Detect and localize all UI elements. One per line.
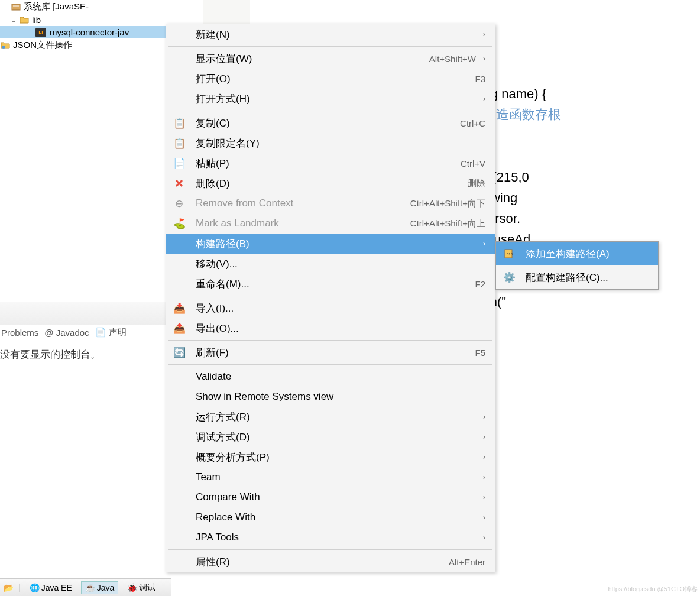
menu-run-as[interactable]: 运行方式(R)› xyxy=(166,407,495,427)
menu-import[interactable]: 📥导入(I)... xyxy=(166,298,495,318)
copy-qualified-icon: 📋 xyxy=(172,136,186,150)
svg-rect-0 xyxy=(12,4,20,10)
menu-jpa-tools[interactable]: JPA Tools› xyxy=(166,527,495,548)
tree-label: JSON文件操作 xyxy=(13,40,72,51)
submenu-arrow-icon: › xyxy=(483,533,485,542)
menu-new[interactable]: 新建(N)› xyxy=(166,24,495,44)
java-icon: ☕ xyxy=(85,583,95,592)
menu-remove-context[interactable]: ⊖Remove from ContextCtrl+Alt+Shift+向下 xyxy=(166,193,495,213)
debug-icon: 🐞 xyxy=(127,583,137,592)
library-icon xyxy=(11,2,21,12)
copy-icon: 📋 xyxy=(172,116,186,130)
tree-label: lib xyxy=(32,15,41,25)
expand-arrow-icon: ⌄ xyxy=(11,16,19,24)
configure-icon: ⚙️ xyxy=(502,270,516,284)
menu-copy-qualified[interactable]: 📋复制限定名(Y) xyxy=(166,133,495,153)
watermark: https://blog.csdn @51CTO博客 xyxy=(608,585,698,594)
console-message: 没有要显示的控制台。 xyxy=(0,348,101,361)
panel-divider[interactable] xyxy=(0,302,166,325)
svg-rect-1 xyxy=(13,5,19,7)
svg-text:010: 010 xyxy=(507,252,513,256)
perspective-java-ee[interactable]: 🌐Java EE xyxy=(25,581,76,594)
build-path-submenu: 010 添加至构建路径(A) ⚙️ 配置构建路径(C)... xyxy=(495,241,659,290)
menu-compare-with[interactable]: Compare With› xyxy=(166,487,495,507)
paste-icon: 📄 xyxy=(172,156,186,170)
tree-item-mysql-jar[interactable]: IJ mysql-connector-jav xyxy=(0,26,166,38)
tree-item-json[interactable]: JSON文件操作 xyxy=(0,38,166,52)
menu-separator xyxy=(168,364,492,365)
menu-properties[interactable]: 属性(R)Alt+Enter xyxy=(166,552,495,572)
refresh-icon: 🔄 xyxy=(172,345,186,359)
open-perspective-icon[interactable]: 📂 xyxy=(4,583,14,592)
menu-build-path[interactable]: 构建路径(B)› xyxy=(166,234,495,254)
submenu-arrow-icon: › xyxy=(483,433,485,441)
project-tree: 系统库 [JavaSE- ⌄ lib IJ mysql-connector-ja… xyxy=(0,0,166,302)
menu-separator xyxy=(168,340,492,341)
menu-profile-as[interactable]: 概要分析方式(P)› xyxy=(166,447,495,467)
submenu-arrow-icon: › xyxy=(483,239,485,248)
submenu-arrow-icon: › xyxy=(483,493,485,501)
submenu-arrow-icon: › xyxy=(483,54,485,63)
submenu-arrow-icon: › xyxy=(483,30,485,38)
menu-separator xyxy=(168,296,492,296)
menu-open-with[interactable]: 打开方式(H)› xyxy=(166,89,495,109)
landmark-icon: ⛳ xyxy=(172,216,186,231)
menu-copy[interactable]: 📋复制(C)Ctrl+C xyxy=(166,113,495,133)
java-ee-icon: 🌐 xyxy=(30,583,39,592)
jar-file-icon: IJ xyxy=(35,28,46,37)
menu-move[interactable]: 移动(V)... xyxy=(166,254,495,274)
menu-replace-with[interactable]: Replace With› xyxy=(166,507,495,527)
svg-point-2 xyxy=(2,46,5,49)
perspective-java[interactable]: ☕Java xyxy=(81,581,119,594)
submenu-arrow-icon: › xyxy=(483,413,485,421)
menu-remote-systems[interactable]: Show in Remote Systems view xyxy=(166,387,495,407)
submenu-arrow-icon: › xyxy=(483,513,485,522)
import-icon: 📥 xyxy=(172,301,186,315)
menu-open[interactable]: 打开(O)F3 xyxy=(166,69,495,89)
submenu-configure-build-path[interactable]: ⚙️ 配置构建路径(C)... xyxy=(496,265,658,289)
menu-debug-as[interactable]: 调试方式(D)› xyxy=(166,427,495,447)
tree-item-lib[interactable]: ⌄ lib xyxy=(0,14,166,26)
menu-rename[interactable]: 重命名(M)...F2 xyxy=(166,274,495,294)
menu-paste[interactable]: 📄粘贴(P)Ctrl+V xyxy=(166,153,495,173)
menu-delete[interactable]: 删除(D)删除 xyxy=(166,173,495,193)
menu-separator xyxy=(168,111,492,111)
add-jar-icon: 010 xyxy=(502,247,516,261)
delete-icon xyxy=(172,176,186,190)
bottom-tabs: Problems @ Javadoc 📄 声明 xyxy=(0,327,166,338)
perspective-debug[interactable]: 🐞调试 xyxy=(123,581,160,595)
folder-open-icon xyxy=(19,15,30,25)
menu-show-in[interactable]: 显示位置(W)Alt+Shift+W› xyxy=(166,48,495,69)
tab-javadoc[interactable]: @ Javadoc xyxy=(44,328,89,338)
tab-declaration[interactable]: 📄 声明 xyxy=(95,327,127,338)
folder-icon xyxy=(0,41,11,50)
submenu-arrow-icon: › xyxy=(483,453,485,461)
submenu-arrow-icon: › xyxy=(483,473,485,481)
context-menu: 新建(N)› 显示位置(W)Alt+Shift+W› 打开(O)F3 打开方式(… xyxy=(166,24,495,572)
export-icon: 📤 xyxy=(172,321,186,335)
submenu-arrow-icon: › xyxy=(483,95,485,103)
perspective-switcher: 📂 | 🌐Java EE ☕Java 🐞调试 xyxy=(0,578,171,596)
tab-problems[interactable]: Problems xyxy=(1,328,38,338)
menu-export[interactable]: 📤导出(O)... xyxy=(166,318,495,338)
menu-separator xyxy=(168,46,492,47)
menu-team[interactable]: Team› xyxy=(166,467,495,487)
tree-label: 系统库 [JavaSE- xyxy=(24,1,89,12)
remove-context-icon: ⊖ xyxy=(172,196,186,210)
menu-mark-landmark[interactable]: ⛳Mark as LandmarkCtrl+Alt+Shift+向上 xyxy=(166,213,495,234)
submenu-add-to-build-path[interactable]: 010 添加至构建路径(A) xyxy=(496,242,658,265)
tree-item-jre[interactable]: 系统库 [JavaSE- xyxy=(0,0,166,14)
menu-refresh[interactable]: 🔄刷新(F)F5 xyxy=(166,342,495,362)
tree-label: mysql-connector-jav xyxy=(50,27,129,37)
menu-validate[interactable]: Validate xyxy=(166,367,495,387)
menu-separator xyxy=(168,549,492,550)
